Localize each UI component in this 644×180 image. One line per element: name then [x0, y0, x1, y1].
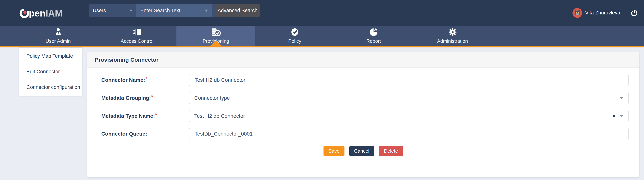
user-admin-icon [54, 28, 62, 37]
connector-queue-field [189, 128, 629, 140]
required-asterisk: * [151, 94, 153, 99]
tab-access-control[interactable]: Access Control [98, 26, 176, 46]
search-scope-value: Users [93, 8, 106, 14]
chevron-down-icon [129, 10, 132, 12]
report-icon [370, 28, 378, 37]
provisioning-connector-panel: Provisioning Connector Connector Name:* … [87, 52, 639, 177]
nav-label: Report [366, 38, 381, 44]
label-text: Metadata Type Name: [101, 113, 155, 119]
required-asterisk: * [145, 76, 147, 81]
required-asterisk: * [155, 112, 157, 117]
metadata-grouping-select[interactable]: Connector type [189, 92, 629, 104]
logo-red-dot-icon [24, 11, 26, 14]
nav-label: Access Control [121, 38, 154, 44]
form-row-connector-name: Connector Name:* [87, 74, 639, 86]
global-search-group: Users [89, 4, 228, 17]
provisioning-icon [211, 28, 221, 37]
connector-name-field [189, 74, 629, 86]
connector-name-label: Connector Name:* [101, 77, 147, 83]
connector-name-input[interactable] [194, 77, 624, 83]
metadata-type-name-value: Test H2 db Connector [194, 113, 612, 119]
tab-user-admin[interactable]: User Admin [19, 26, 98, 46]
logout-button[interactable] [631, 0, 638, 26]
chevron-down-icon [620, 97, 624, 99]
policy-icon [290, 28, 299, 37]
page-content: Policy Map Template Edit Connector Conne… [0, 47, 644, 180]
administration-gear-icon [448, 28, 457, 37]
tab-provisioning[interactable]: Provisioning [176, 26, 255, 46]
nav-label: Policy [288, 38, 301, 44]
sidebar-item-connector-configuration[interactable]: Connector configuration [19, 80, 82, 95]
advanced-search-button[interactable]: Advanced Search [215, 4, 260, 17]
sidebar-item-edit-connector[interactable]: Edit Connector [19, 64, 82, 80]
label-text: Connector Queue: [101, 131, 147, 137]
search-input[interactable] [140, 8, 205, 14]
tab-report[interactable]: Report [334, 26, 413, 46]
connector-queue-input[interactable] [194, 131, 624, 137]
user-menu[interactable]: Vita Zhuravleva [572, 0, 620, 26]
metadata-grouping-label: Metadata Grouping:* [101, 95, 153, 101]
nav-label: User Admin [46, 38, 70, 44]
tab-policy[interactable]: Policy [255, 26, 334, 46]
cancel-button[interactable]: Cancel [349, 146, 374, 156]
main-nav: User Admin Access Control [0, 26, 644, 46]
active-tab-pointer [210, 41, 222, 46]
tab-administration[interactable]: Administration [413, 26, 492, 46]
avatar-image [572, 8, 582, 18]
chevron-down-icon [620, 115, 624, 117]
accent-divider [0, 46, 644, 47]
power-icon [631, 10, 638, 16]
save-button[interactable]: Save [324, 146, 344, 156]
svg-text:penIAM: penIAM [29, 8, 63, 19]
metadata-grouping-value: Connector type [194, 95, 616, 101]
metadata-type-name-select[interactable]: Test H2 db Connector × [189, 110, 629, 122]
form-row-metadata-grouping: Metadata Grouping:* Connector type [87, 92, 639, 104]
label-text: Metadata Grouping: [101, 95, 151, 101]
form-actions: Save Cancel Delete [87, 146, 639, 156]
logo-text-iam: IAM [46, 8, 63, 19]
sidebar-menu: Policy Map Template Edit Connector Conne… [19, 47, 82, 96]
nav-label: Administration [437, 38, 468, 44]
label-text: Connector Name: [101, 77, 145, 83]
panel-header: Provisioning Connector [87, 52, 639, 68]
chevron-down-icon[interactable] [205, 10, 208, 12]
logo-text-open: pen [29, 8, 46, 19]
metadata-type-name-label: Metadata Type Name:* [101, 113, 157, 119]
logo-graphic: penIAM [19, 7, 68, 19]
clear-selection-icon[interactable]: × [612, 113, 616, 119]
avatar [572, 8, 582, 18]
top-bar: penIAM Users Advanced Search [0, 0, 644, 26]
connector-queue-label: Connector Queue: [101, 131, 148, 137]
search-scope-select[interactable]: Users [89, 4, 136, 17]
form-row-metadata-type-name: Metadata Type Name:* Test H2 db Connecto… [87, 110, 639, 122]
form-row-connector-queue: Connector Queue: [87, 128, 639, 140]
page-title: Provisioning Connector [95, 57, 158, 63]
sidebar-item-policy-map-template[interactable]: Policy Map Template [19, 48, 82, 64]
search-input-wrap [136, 4, 212, 17]
delete-button[interactable]: Delete [379, 146, 403, 156]
access-control-icon [133, 28, 142, 37]
openiam-logo[interactable]: penIAM [19, 7, 68, 20]
user-name: Vita Zhuravleva [585, 10, 620, 16]
